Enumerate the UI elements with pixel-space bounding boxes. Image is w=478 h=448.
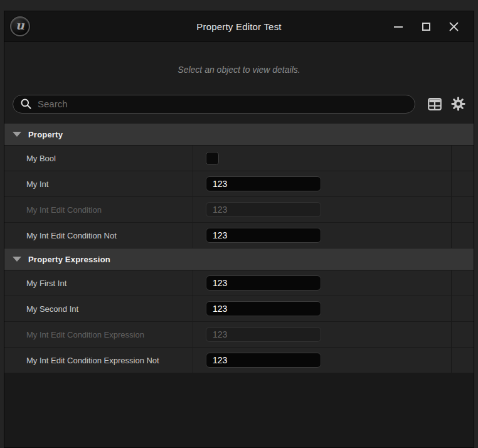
row-extra-cell [452, 146, 474, 171]
table-view-icon [428, 98, 442, 110]
select-object-hint: Select an object to view details. [4, 65, 474, 77]
close-button[interactable] [440, 11, 467, 42]
property-value-input[interactable] [206, 353, 321, 368]
property-editor-test-window: u Property Editor Test Select an [4, 11, 474, 448]
search-icon [20, 98, 32, 110]
property-name-cell: My Int [4, 171, 193, 196]
property-value-input[interactable] [206, 176, 321, 191]
property-label: My Bool [26, 154, 56, 163]
property-value-input[interactable] [206, 275, 321, 291]
section-title: Property Expression [28, 255, 110, 264]
property-name-cell: My Second Int [4, 296, 193, 321]
property-grid: PropertyMy BoolMy IntMy Int Edit Conditi… [4, 124, 474, 373]
property-row: My Int Edit Condition [4, 197, 474, 223]
property-label: My Int Edit Condition [26, 205, 102, 215]
minimize-button[interactable] [385, 11, 412, 42]
property-name-cell: My Int Edit Condition Expression Not [4, 348, 193, 373]
maximize-icon [422, 23, 430, 31]
property-row: My Second Int [4, 296, 474, 322]
property-value-input [206, 202, 321, 217]
search-input[interactable] [38, 99, 407, 109]
property-name-cell: My First Int [4, 270, 193, 296]
property-name-cell: My Int Edit Condition [4, 197, 193, 222]
property-label: My Int Edit Condition Expression Not [26, 356, 159, 365]
property-name-cell: My Int Edit Condition Not [4, 223, 193, 248]
property-value-input[interactable] [206, 228, 321, 243]
property-value-cell [193, 146, 451, 171]
property-label: My First Int [26, 279, 66, 288]
property-value-cell [193, 171, 451, 196]
window-controls [385, 11, 467, 42]
section-header[interactable]: Property [4, 124, 474, 146]
property-row: My Int Edit Condition Expression [4, 322, 474, 348]
property-label: My Int Edit Condition Not [26, 231, 117, 240]
property-row: My Int Edit Condition Expression Not [4, 348, 474, 373]
row-extra-cell [452, 270, 474, 296]
close-icon [449, 22, 459, 31]
property-label: My Int Edit Condition Expression [26, 330, 144, 339]
row-extra-cell [452, 348, 474, 373]
row-extra-cell [452, 322, 474, 347]
row-extra-cell [452, 171, 474, 196]
property-value-input[interactable] [206, 301, 321, 316]
maximize-button[interactable] [412, 11, 440, 42]
minimize-icon [394, 26, 403, 28]
property-value-cell [193, 322, 451, 347]
property-row: My Bool [4, 146, 474, 171]
search-toolbar [4, 94, 474, 114]
search-box[interactable] [13, 95, 415, 114]
section-header[interactable]: Property Expression [4, 248, 474, 270]
row-extra-cell [452, 296, 474, 321]
property-value-input [206, 327, 321, 342]
property-label: My Int [26, 179, 48, 189]
empty-area [4, 373, 474, 447]
property-value-cell [193, 223, 451, 248]
property-name-cell: My Bool [4, 146, 193, 171]
details-panel: Select an object to view details. [4, 42, 474, 447]
property-row: My Int [4, 171, 474, 197]
row-extra-cell [452, 223, 474, 248]
property-label: My Second Int [26, 304, 78, 314]
property-name-cell: My Int Edit Condition Expression [4, 322, 193, 347]
view-options-button[interactable] [451, 97, 465, 111]
property-value-cell [193, 296, 451, 321]
checkbox[interactable] [206, 152, 219, 165]
property-value-cell [193, 197, 451, 222]
title-bar[interactable]: u Property Editor Test [4, 11, 474, 42]
gear-icon [451, 97, 465, 111]
table-view-button[interactable] [428, 98, 442, 110]
section-title: Property [28, 130, 63, 139]
screenshot-canvas: u Property Editor Test Select an [0, 0, 478, 448]
chevron-down-icon [13, 132, 21, 137]
property-value-cell [193, 348, 451, 373]
chevron-down-icon [13, 257, 21, 262]
property-value-cell [193, 270, 451, 296]
property-row: My Int Edit Condition Not [4, 223, 474, 248]
row-extra-cell [452, 197, 474, 222]
property-row: My First Int [4, 270, 474, 296]
